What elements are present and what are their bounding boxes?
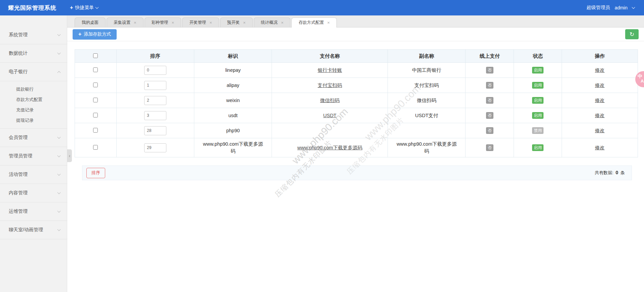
sub-name-cell: www.php90.com下载更多源码 — [396, 141, 457, 155]
row-checkbox[interactable] — [93, 83, 98, 87]
sort-input[interactable] — [144, 81, 166, 90]
sort-input[interactable] — [144, 111, 166, 120]
col-header-status: 状态 — [514, 50, 562, 63]
status-badge: 启用 — [532, 82, 544, 89]
close-icon[interactable]: × — [281, 20, 284, 25]
user-menu[interactable]: 超级管理员 admin — [587, 5, 644, 11]
pay-name-link[interactable]: 银行卡转账 — [318, 67, 342, 73]
col-header-online: 线上支付 — [466, 50, 514, 63]
pay-name-link[interactable]: www.php90.com下载更多源码 — [297, 145, 362, 150]
total-count: 共有数据: 0 条 — [595, 170, 628, 176]
total-value: 0 — [615, 170, 619, 175]
sidebar-item-admins[interactable]: 管理员管理 — [0, 147, 67, 165]
sub-name-cell: USDT支付 — [388, 108, 466, 123]
close-icon[interactable]: × — [209, 20, 212, 25]
sidebar-item-withdraw-bank[interactable]: 提款银行 — [0, 84, 67, 94]
translate-icon: A — [641, 79, 644, 84]
toolbar: + 添加存款方式 ↻ — [67, 28, 644, 41]
chevron-down-icon — [57, 173, 61, 176]
chevron-down-icon — [95, 6, 99, 9]
main-area: 我的桌面 采集设置 × 彩种管理 × 开奖管理 × 预开奖 × 统计概况 × 存… — [67, 15, 644, 292]
table-container: 排序 标识 支付名称 副名称 线上支付 状态 操作 linepay 银行卡转账 … — [67, 41, 644, 180]
chevron-down-icon — [57, 154, 61, 157]
select-all-checkbox[interactable] — [93, 53, 98, 58]
chevron-left-icon: ‹ — [69, 153, 71, 158]
online-badge: 否 — [486, 67, 493, 74]
chevron-down-icon — [57, 51, 61, 55]
sidebar-item-withdraw-records[interactable]: 提现记录 — [0, 115, 67, 126]
tab-collect-settings[interactable]: 采集设置 × — [107, 17, 144, 27]
row-checkbox[interactable] — [93, 98, 98, 102]
add-deposit-method-button[interactable]: + 添加存款方式 — [73, 29, 117, 40]
code-cell: www.php90.com下载更多源码 — [202, 141, 264, 155]
code-cell: alipay — [194, 78, 272, 93]
edit-link[interactable]: 修改 — [595, 128, 605, 133]
chevron-down-icon — [57, 228, 61, 231]
sidebar-item-statistics[interactable]: 数据统计 — [0, 44, 67, 63]
table-footer: 排序 共有数据: 0 条 — [82, 165, 632, 180]
sidebar-item-members[interactable]: 会员管理 — [0, 129, 67, 147]
row-checkbox[interactable] — [93, 113, 98, 117]
quick-menu-button[interactable]: + 快捷菜单 — [67, 0, 102, 15]
sidebar-item-system[interactable]: 系统管理 — [0, 26, 67, 44]
sub-name-cell — [388, 123, 466, 138]
edit-link[interactable]: 修改 — [595, 145, 605, 150]
sidebar-item-deposit-config[interactable]: 存款方式配置 — [0, 94, 67, 105]
tab-stats-overview[interactable]: 统计概况 × — [254, 17, 291, 27]
col-header-sort: 排序 — [116, 50, 194, 63]
user-name: admin — [615, 5, 628, 10]
refresh-button[interactable]: ↻ — [625, 29, 639, 39]
sort-input[interactable] — [144, 66, 166, 75]
row-checkbox[interactable] — [93, 145, 98, 150]
online-badge: 否 — [486, 144, 493, 151]
edit-link[interactable]: 修改 — [595, 83, 605, 88]
sidebar-collapse-handle[interactable]: ‹ — [67, 149, 72, 162]
plus-icon: + — [70, 5, 73, 11]
sort-input[interactable] — [144, 143, 166, 152]
pay-name-link[interactable]: USDT — [323, 113, 336, 118]
close-icon[interactable]: × — [327, 20, 330, 25]
edit-link[interactable]: 修改 — [595, 113, 605, 118]
chevron-down-icon — [57, 191, 61, 194]
online-badge: 否 — [486, 82, 493, 89]
tab-draw-manage[interactable]: 开奖管理 × — [182, 17, 219, 27]
tab-lottery-manage[interactable]: 彩种管理 × — [145, 17, 182, 27]
sidebar-item-chatroom[interactable]: 聊天室/动画管理 — [0, 221, 67, 239]
sidebar-item-ebank[interactable]: 电子银行 — [0, 63, 67, 81]
topbar: 耀光国际管理系统 + 快捷菜单 超级管理员 admin — [0, 0, 644, 15]
close-icon[interactable]: × — [172, 20, 174, 25]
col-header-code: 标识 — [194, 50, 272, 63]
pay-name-link[interactable]: 支付宝扫码 — [318, 83, 342, 88]
sort-input[interactable] — [144, 126, 166, 135]
table-row: alipay 支付宝扫码 支付宝扫码 否 启用 修改 — [75, 78, 638, 93]
sidebar-submenu-ebank: 提款银行 存款方式配置 充值记录 提现记录 — [0, 81, 67, 129]
row-checkbox[interactable] — [93, 67, 98, 72]
chevron-up-icon — [57, 71, 61, 74]
sort-button[interactable]: 排序 — [86, 168, 105, 178]
sidebar-item-ops[interactable]: 运维管理 — [0, 202, 67, 221]
code-cell: usdt — [194, 108, 272, 123]
tab-desktop[interactable]: 我的桌面 — [75, 17, 106, 27]
deposit-methods-table: 排序 标识 支付名称 副名称 线上支付 状态 操作 linepay 银行卡转账 … — [75, 49, 638, 157]
close-icon[interactable]: × — [243, 20, 246, 25]
tab-predraw[interactable]: 预开奖 × — [220, 17, 253, 27]
status-badge: 启用 — [532, 144, 544, 151]
online-badge: 否 — [486, 112, 493, 119]
refresh-icon: ↻ — [630, 31, 634, 38]
sub-name-cell: 支付宝扫码 — [388, 78, 466, 93]
status-badge: 启用 — [532, 112, 544, 119]
sidebar-item-content[interactable]: 内容管理 — [0, 184, 67, 202]
table-row: php90 否 禁用 修改 — [75, 123, 638, 138]
row-checkbox[interactable] — [93, 128, 98, 133]
tab-deposit-config[interactable]: 存款方式配置 × — [291, 17, 337, 28]
edit-link[interactable]: 修改 — [595, 67, 605, 73]
pay-name-link[interactable]: 微信扫码 — [320, 98, 339, 103]
tab-bar: 我的桌面 采集设置 × 彩种管理 × 开奖管理 × 预开奖 × 统计概况 × 存… — [67, 15, 644, 28]
close-icon[interactable]: × — [134, 20, 136, 25]
online-badge: 否 — [486, 97, 493, 104]
edit-link[interactable]: 修改 — [595, 98, 605, 103]
chevron-down-icon — [57, 33, 61, 36]
sidebar-item-recharge-records[interactable]: 充值记录 — [0, 105, 67, 115]
sidebar-item-activities[interactable]: 活动管理 — [0, 165, 67, 184]
sort-input[interactable] — [144, 96, 166, 105]
